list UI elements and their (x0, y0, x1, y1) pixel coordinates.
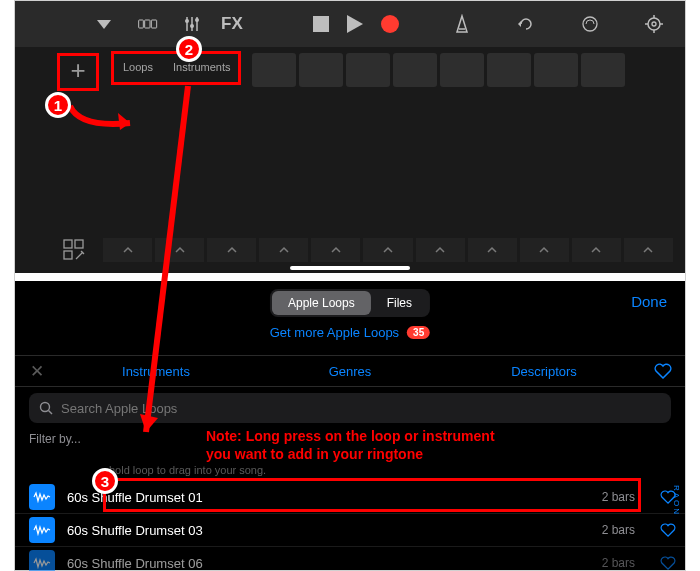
get-more-badge: 35 (407, 326, 430, 339)
loop-name: 60s Shuffle Drumset 01 (67, 490, 602, 505)
favorite-heart-icon[interactable] (651, 523, 685, 537)
annotation-note: Note: Long press on the loop or instrume… (206, 427, 586, 463)
svg-line-25 (146, 86, 188, 432)
loop-results-list: 60s Shuffle Drumset 01 2 bars 60s Shuffl… (15, 481, 685, 571)
scene-trigger[interactable] (311, 238, 360, 262)
grid-cell[interactable] (534, 53, 578, 87)
annotation-marker-3: 3 (92, 468, 118, 494)
svg-point-14 (652, 22, 656, 26)
annotation-note-line1: Note: Long press on the loop or instrume… (206, 427, 586, 445)
annotation-note-line2: you want to add in your ringtone (206, 445, 586, 463)
main-toolbar: FX (15, 1, 685, 47)
loop-bars: 2 bars (602, 523, 635, 537)
fx-button[interactable]: FX (221, 14, 243, 34)
loop-item[interactable]: 60s Shuffle Drumset 03 2 bars (15, 514, 685, 547)
svg-rect-3 (151, 20, 156, 28)
clear-filters-icon[interactable]: ✕ (15, 361, 59, 382)
grid-cell[interactable] (346, 53, 390, 87)
get-more-label: Get more Apple Loops (270, 325, 399, 340)
filter-genres-tab[interactable]: Genres (253, 364, 447, 379)
waveform-icon (29, 517, 55, 543)
svg-point-7 (185, 19, 189, 23)
search-icon (39, 401, 53, 415)
instruments-tab[interactable]: Instruments (163, 56, 240, 78)
view-dropdown-icon[interactable] (87, 7, 121, 41)
annotation-arrow-1to2 (60, 88, 145, 133)
undo-icon[interactable] (509, 7, 543, 41)
loop-bars: 2 bars (602, 490, 635, 504)
annotation-marker-2: 2 (176, 36, 202, 62)
svg-point-9 (195, 18, 199, 22)
svg-point-13 (648, 18, 660, 30)
grid-cell[interactable] (487, 53, 531, 87)
loop-name: 60s Shuffle Drumset 06 (67, 556, 602, 571)
record-button[interactable] (381, 15, 399, 33)
search-bar[interactable] (29, 393, 671, 423)
scene-trigger[interactable] (572, 238, 621, 262)
get-more-loops-link[interactable]: Get more Apple Loops 35 (270, 325, 430, 340)
favorite-heart-icon[interactable] (651, 556, 685, 570)
drag-hint-text: hold loop to drag into your song. (109, 464, 266, 476)
waveform-icon (29, 550, 55, 571)
live-loops-tabs: Loops Instruments (113, 53, 240, 81)
play-button[interactable] (347, 15, 363, 33)
side-label: RAON (672, 485, 681, 516)
editor-icon[interactable] (59, 235, 89, 265)
filter-row: ✕ Instruments Genres Descriptors (15, 355, 685, 387)
tracks-view-panel: FX + Loops Instruments (15, 1, 685, 273)
svg-point-8 (190, 24, 194, 28)
svg-marker-24 (118, 113, 130, 130)
grid-cell[interactable] (440, 53, 484, 87)
annotation-marker-1: 1 (45, 92, 71, 118)
cell-grid (252, 53, 625, 93)
waveform-icon (29, 484, 55, 510)
add-track-button[interactable]: + (59, 53, 97, 87)
scene-trigger[interactable] (624, 238, 673, 262)
grid-cell[interactable] (252, 53, 296, 87)
svg-rect-20 (75, 240, 83, 248)
loop-bars: 2 bars (602, 556, 635, 570)
track-layout-icon[interactable] (133, 7, 163, 41)
settings-gear-icon[interactable] (637, 7, 671, 41)
grid-cell[interactable] (393, 53, 437, 87)
loops-tab[interactable]: Loops (113, 56, 163, 78)
apple-loops-segment[interactable]: Apple Loops (272, 291, 371, 315)
toolbar-right (439, 7, 677, 41)
loop-browser-panel: Apple Loops Files Done Get more Apple Lo… (15, 281, 685, 570)
svg-marker-11 (518, 21, 521, 27)
files-segment[interactable]: Files (371, 291, 428, 315)
source-segmented-control: Apple Loops Files (270, 289, 430, 317)
scene-trigger[interactable] (207, 238, 256, 262)
favorites-filter-icon[interactable] (641, 363, 685, 379)
loop-browser-icon[interactable] (573, 7, 607, 41)
stop-button[interactable] (313, 16, 329, 32)
annotation-arrow-2to3 (138, 84, 198, 444)
svg-marker-0 (97, 20, 111, 29)
scene-trigger[interactable] (259, 238, 308, 262)
done-button[interactable]: Done (631, 293, 667, 310)
loop-item[interactable]: 60s Shuffle Drumset 06 2 bars (15, 547, 685, 571)
filter-by-label[interactable]: Filter by... (29, 432, 81, 446)
loop-name: 60s Shuffle Drumset 03 (67, 523, 602, 538)
filter-descriptors-tab[interactable]: Descriptors (447, 364, 641, 379)
scene-trigger[interactable] (520, 238, 569, 262)
scene-trigger[interactable] (416, 238, 465, 262)
svg-point-12 (583, 17, 597, 31)
svg-point-22 (41, 403, 50, 412)
grid-cell[interactable] (581, 53, 625, 87)
svg-rect-19 (64, 240, 72, 248)
transport-controls (313, 15, 399, 33)
metronome-icon[interactable] (445, 7, 479, 41)
svg-rect-1 (139, 20, 144, 28)
home-indicator (290, 266, 410, 270)
scene-trigger[interactable] (468, 238, 517, 262)
grid-cell[interactable] (299, 53, 343, 87)
scene-trigger[interactable] (363, 238, 412, 262)
svg-line-23 (49, 411, 53, 415)
svg-rect-2 (145, 20, 150, 28)
svg-rect-21 (64, 251, 72, 259)
